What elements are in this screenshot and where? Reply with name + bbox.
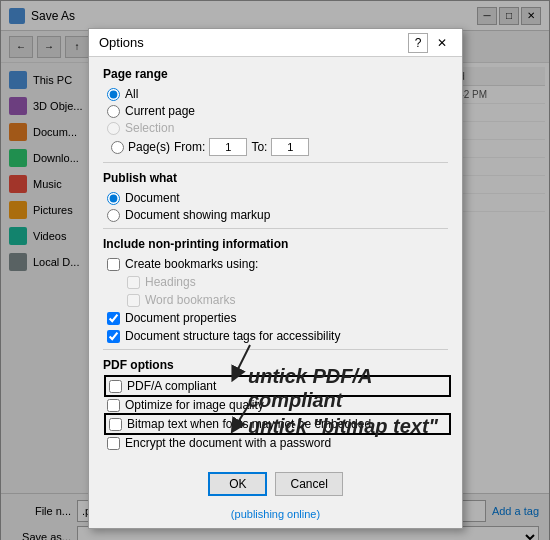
help-button[interactable]: ? [408, 33, 428, 53]
cb-encrypt[interactable]: Encrypt the document with a password [107, 436, 448, 450]
cancel-dialog-button[interactable]: Cancel [275, 472, 342, 496]
bitmap-checkbox[interactable] [109, 418, 122, 431]
pdf-options-title: PDF options [103, 358, 448, 372]
publish-what-options: Document Document showing markup [107, 191, 448, 222]
dialog-close-button[interactable]: ✕ [432, 33, 452, 53]
cb-word-bookmarks: Word bookmarks [127, 293, 448, 307]
ok-button[interactable]: OK [208, 472, 267, 496]
cb-optimize-image[interactable]: Optimize for image quality [107, 398, 448, 412]
from-input[interactable] [209, 138, 247, 156]
radio-pages[interactable] [111, 141, 124, 154]
to-input[interactable] [271, 138, 309, 156]
pdfa-checkbox[interactable] [109, 380, 122, 393]
radio-all[interactable]: All [107, 87, 448, 101]
dialog-title: Options [99, 35, 408, 50]
page-range-section-title: Page range [103, 67, 448, 81]
non-printing-options: Create bookmarks using: Headings Word bo… [107, 257, 448, 343]
divider-2 [103, 228, 448, 229]
dialog-body: Page range All Current page Selection Pa… [89, 57, 462, 464]
options-dialog: Options ? ✕ Page range All Current page … [88, 28, 463, 529]
non-printing-title: Include non-printing information [103, 237, 448, 251]
radio-selection: Selection [107, 121, 448, 135]
cb-bitmap-text[interactable]: Bitmap text when fonts may not be embedd… [107, 416, 448, 432]
radio-current[interactable]: Current page [107, 104, 448, 118]
radio-document[interactable]: Document [107, 191, 448, 205]
publishing-link[interactable]: (publishing online) [89, 508, 462, 528]
divider-1 [103, 162, 448, 163]
cb-bookmarks[interactable]: Create bookmarks using: [107, 257, 448, 271]
radio-document-markup[interactable]: Document showing markup [107, 208, 448, 222]
dialog-titlebar: Options ? ✕ [89, 29, 462, 57]
cb-doc-properties[interactable]: Document properties [107, 311, 448, 325]
cb-headings: Headings [127, 275, 448, 289]
pages-row: Page(s) From: To: [111, 138, 448, 156]
page-range-options: All Current page Selection Page(s) From:… [107, 87, 448, 156]
cb-structure-tags[interactable]: Document structure tags for accessibilit… [107, 329, 448, 343]
publish-what-title: Publish what [103, 171, 448, 185]
pdf-options: PDF/A compliant Optimize for image quali… [107, 378, 448, 450]
divider-3 [103, 349, 448, 350]
cb-pdfa[interactable]: PDF/A compliant [107, 378, 448, 394]
dialog-footer: OK Cancel [89, 464, 462, 508]
